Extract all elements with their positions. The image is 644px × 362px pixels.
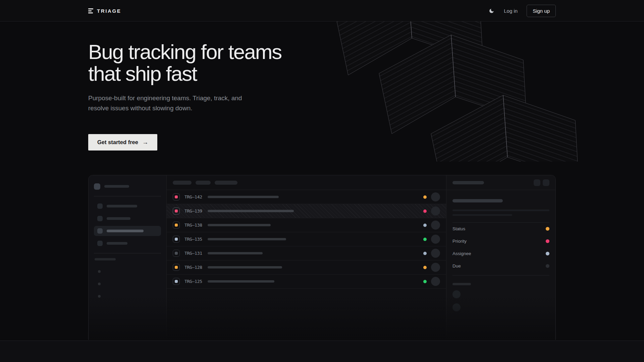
issue-id: TRG–139 [184,208,202,214]
hero-subtitle: Purpose-built for engineering teams. Tri… [88,93,556,113]
issue-status-dot [423,209,427,213]
issue-title-skeleton [208,238,286,240]
issue-row: TRG–128 [167,260,446,275]
issue-row: TRG–135 [167,232,446,246]
mockup-list-dot [98,295,101,298]
panel-field-assignee: Assignee [452,247,549,260]
arrow-right-icon: → [142,139,148,146]
issue-status-dot [423,252,427,255]
mockup-detail-panel: Status Priority Assignee Due [446,175,555,340]
issue-status-dot [423,224,427,227]
theme-toggle-button[interactable] [488,7,495,14]
mockup-panel-actions [534,179,549,186]
mockup-nav-item [94,214,161,224]
priority-value-dot [546,239,549,243]
mockup-list-dot [98,270,101,273]
issue-type-icon [173,278,180,285]
issue-status-dot [423,280,427,283]
issue-id: TRG–142 [184,194,202,199]
issue-type-icon [173,250,180,257]
moon-icon [489,8,494,14]
issue-type-icon [173,236,180,243]
issue-avatar [431,277,440,286]
issue-avatar [431,235,440,244]
header-nav: Log in Sign up [488,5,556,17]
hero-section: Bug tracking for teams that ship fast Pu… [88,21,556,340]
mockup-nav-item [94,238,161,248]
mockup-nav-item [94,201,161,211]
site-header: TRIAGE Log in Sign up [0,0,644,21]
mockup-activity-label-skeleton [452,283,471,285]
issue-id: TRG–135 [184,237,202,242]
issue-row: TRG–142 [167,190,446,204]
brand-logo[interactable]: TRIAGE [88,8,121,14]
issue-id: TRG–138 [184,223,202,228]
mockup-list-dot [98,283,101,285]
issue-row-selected: TRG–139 [167,204,446,218]
issue-title-skeleton [208,210,294,212]
signup-button[interactable]: Sign up [527,5,556,17]
issue-avatar [431,206,440,216]
mockup-sidebar [89,175,167,340]
issue-status-dot [423,266,427,269]
mockup-panel-header [446,175,555,190]
mockup-issue-title-skeleton [452,199,503,202]
issue-status-dot [423,195,427,199]
panel-field-due: Due [452,260,549,272]
issue-type-icon [173,193,180,200]
brand-name: TRIAGE [97,8,121,14]
app-mockup: TRG–142 TRG–139 TRG–138 TR [88,175,556,340]
issue-title-skeleton [208,196,279,198]
issue-id: TRG–125 [184,279,202,284]
issue-title-skeleton [208,252,263,254]
mockup-comment-avatar [452,290,461,298]
mockup-list-toolbar [167,175,446,190]
mockup-section-label-skeleton [95,258,116,260]
issue-row: TRG–125 [167,275,446,289]
status-value-dot [546,227,549,231]
issue-title-skeleton [208,224,271,226]
footer-band [0,341,644,362]
issue-id: TRG–131 [184,251,202,256]
login-link[interactable]: Log in [504,8,518,14]
issue-row: TRG–138 [167,218,446,232]
mockup-description-skeleton [452,209,549,211]
issue-type-icon [173,222,180,229]
issue-avatar [431,249,440,258]
issue-id: TRG–128 [184,265,202,270]
triage-bars-icon [88,8,93,13]
assignee-value-dot [546,252,549,255]
issue-avatar [431,263,440,272]
issue-avatar [431,192,440,201]
mockup-issue-list: TRG–142 TRG–139 TRG–138 TR [167,175,446,340]
due-value-dot [546,264,549,268]
mockup-nav-item-active [94,226,161,236]
issue-status-dot [423,238,427,241]
panel-field-priority: Priority [452,235,549,247]
page-title: Bug tracking for teams that ship fast [88,41,556,84]
mockup-description-skeleton [452,214,512,216]
mockup-comment-avatar [452,303,461,311]
mockup-sidebar-logo [94,181,161,191]
get-started-button[interactable]: Get started free → [88,134,157,150]
issue-title-skeleton [208,266,282,268]
issue-avatar [431,221,440,230]
issue-type-icon [173,207,180,215]
panel-field-status: Status [452,223,549,235]
issue-title-skeleton [208,280,274,283]
issue-type-icon [173,264,180,271]
issue-row: TRG–131 [167,246,446,260]
